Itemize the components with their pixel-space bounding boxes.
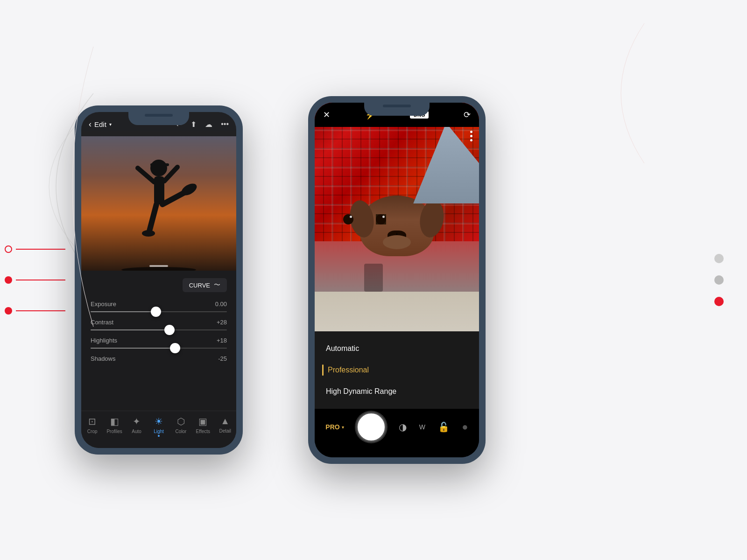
dog-head [359, 196, 434, 256]
effects-tab-label: Effects [196, 429, 210, 434]
exposure-value: 0.00 [215, 301, 227, 308]
deco-dot-red [714, 297, 724, 306]
deco-line-2 [5, 276, 65, 284]
highlights-fill [91, 348, 175, 349]
left-phone-screen: ‹ Edit ▾ ↩ ⬆ ☁ ••• [81, 112, 236, 448]
color-tab-label: Color [175, 429, 186, 434]
shutter-button[interactable] [356, 412, 386, 442]
svg-rect-1 [150, 163, 169, 166]
automatic-label: Automatic [326, 344, 359, 352]
deco-circle-filled-3 [5, 307, 12, 315]
color-tab-icon: ⬡ [177, 416, 185, 427]
right-phone-speaker [383, 105, 411, 107]
deco-line-horizontal-2 [16, 280, 65, 280]
exposure-thumb[interactable] [151, 307, 161, 317]
tab-auto[interactable]: ✦ Auto [127, 416, 147, 434]
auto-tab-label: Auto [132, 429, 141, 434]
tab-detail[interactable]: ▲ Detail [215, 416, 235, 434]
dog-muzzle [383, 235, 411, 249]
dropdown-item-professional[interactable]: Professional [315, 359, 479, 381]
share-icon[interactable]: ⬆ [190, 120, 197, 129]
dog-right-ear [417, 198, 446, 239]
tab-effects[interactable]: ▣ Effects [193, 416, 213, 434]
detail-tab-icon: ▲ [220, 416, 230, 427]
pro-chevron-icon: ▾ [342, 425, 344, 430]
pro-badge[interactable]: PRO ▾ [325, 423, 344, 431]
tone-mapping-icon[interactable]: ◑ [399, 421, 407, 433]
highlights-thumb[interactable] [170, 343, 180, 353]
dot-2 [470, 135, 472, 137]
white-balance-control[interactable]: W [419, 423, 425, 431]
highlights-slider-group: Highlights +18 [91, 337, 227, 349]
decorative-lines-left [0, 245, 65, 315]
leash-area [364, 264, 383, 292]
tab-crop[interactable]: ⊡ Crop [82, 416, 103, 434]
svg-point-9 [121, 267, 196, 271]
exposure-label: Exposure [91, 301, 116, 308]
more-icon[interactable]: ••• [221, 120, 229, 128]
silhouette-figure [117, 149, 201, 271]
dog-left-eye [376, 214, 386, 224]
left-phone-body: ‹ Edit ▾ ↩ ⬆ ☁ ••• [75, 105, 243, 455]
profiles-tab-icon: ◧ [110, 416, 119, 427]
deco-line-3 [5, 307, 65, 315]
back-icon[interactable]: ‹ [89, 119, 92, 129]
lock-icon[interactable]: 🔓 [438, 421, 450, 433]
shadows-value: -25 [218, 355, 227, 362]
detail-tab-label: Detail [219, 428, 231, 434]
dog-eye-reflect [382, 216, 385, 218]
left-controls-area: CURVE 〜 Exposure 0.00 [81, 271, 236, 411]
decorative-dots-right [714, 254, 724, 306]
highlights-label: Highlights [91, 337, 117, 344]
contrast-slider-group: Contrast +28 [91, 319, 227, 330]
right-photo-area [315, 103, 479, 355]
shadows-label: Shadows [91, 355, 115, 362]
exposure-track[interactable] [91, 311, 227, 312]
deco-line-1 [5, 245, 65, 253]
light-tab-icon: ☀ [155, 416, 163, 427]
contrast-label: Contrast [91, 319, 113, 326]
deco-circle-outline-1 [5, 245, 12, 253]
light-tab-label: Light [154, 429, 164, 434]
left-tab-bar: ⊡ Crop ◧ Profiles ✦ Auto ☀ Light ⬡ [81, 411, 236, 448]
camera-flip-icon[interactable]: ⟳ [464, 110, 471, 120]
curve-button[interactable]: CURVE 〜 [183, 278, 227, 292]
exposure-slider-group: Exposure 0.00 [91, 301, 227, 312]
light-tab-active-dot [158, 435, 160, 437]
contrast-fill [91, 329, 169, 330]
dropdown-item-hdr[interactable]: High Dynamic Range [315, 381, 479, 402]
close-icon[interactable]: ✕ [323, 110, 330, 120]
left-phone-wrapper: ‹ Edit ▾ ↩ ⬆ ☁ ••• [75, 105, 243, 455]
dog-face-area [331, 191, 463, 304]
professional-label: Professional [328, 366, 369, 374]
wb-label: W [419, 423, 425, 431]
profiles-tab-label: Profiles [106, 429, 122, 434]
left-phone-speaker [145, 114, 173, 117]
svg-point-0 [150, 160, 167, 176]
hdr-label: High Dynamic Range [326, 387, 396, 395]
contrast-track[interactable] [91, 329, 227, 330]
edit-label[interactable]: Edit [94, 120, 106, 128]
tab-light[interactable]: ☀ Light [148, 416, 169, 437]
deco-line-horizontal-3 [16, 310, 65, 311]
contrast-thumb[interactable] [164, 325, 175, 335]
photo-dots-menu[interactable] [470, 131, 472, 141]
dropdown-menu: Automatic Professional High Dynamic Rang… [315, 331, 479, 409]
cloud-icon[interactable]: ☁ [205, 120, 212, 129]
dog-right-eye [343, 214, 353, 224]
highlights-track[interactable] [91, 348, 227, 349]
dot-3 [470, 139, 472, 141]
effects-tab-icon: ▣ [198, 416, 207, 427]
circle-control-icon[interactable]: ● [462, 421, 468, 433]
curve-icon: 〜 [214, 281, 220, 289]
tab-profiles[interactable]: ◧ Profiles [104, 416, 125, 434]
exposure-fill [91, 311, 156, 312]
right-phone-wrapper: ✕ ⚡ DNG ⟳ [308, 96, 486, 464]
deco-dot-gray-mid [714, 275, 724, 285]
edit-chevron-icon[interactable]: ▾ [109, 122, 112, 127]
left-header-left: ‹ Edit ▾ [89, 119, 112, 129]
tab-color[interactable]: ⬡ Color [170, 416, 191, 434]
dropdown-item-automatic[interactable]: Automatic [315, 338, 479, 359]
shadows-slider-group: Shadows -25 [91, 355, 227, 362]
crop-tab-label: Crop [87, 429, 98, 434]
